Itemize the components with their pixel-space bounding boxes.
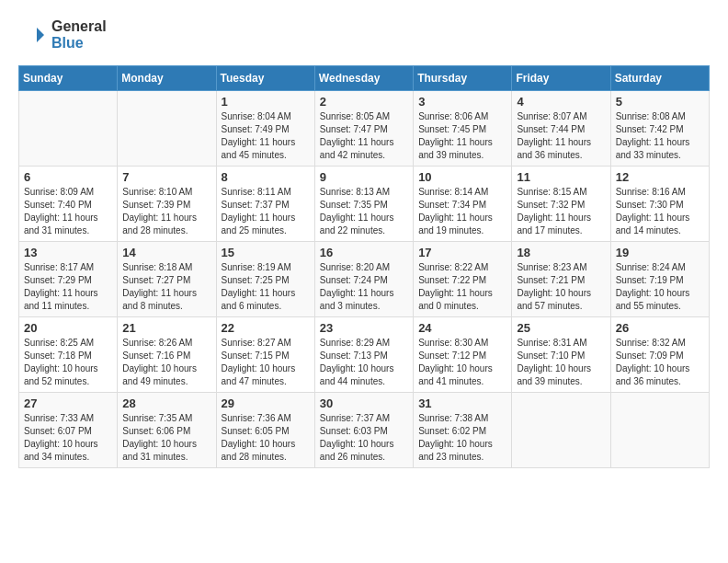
- day-number: 16: [320, 246, 408, 259]
- day-number: 27: [24, 396, 112, 410]
- day-number: 17: [418, 246, 506, 259]
- calendar-day-cell: 19Sunrise: 8:24 AM Sunset: 7:19 PM Dayli…: [610, 242, 709, 317]
- day-info: Sunrise: 8:17 AM Sunset: 7:29 PM Dayligh…: [24, 261, 112, 313]
- header: General Blue: [18, 18, 710, 51]
- day-info: Sunrise: 8:32 AM Sunset: 7:09 PM Dayligh…: [616, 337, 704, 388]
- day-info: Sunrise: 8:16 AM Sunset: 7:30 PM Dayligh…: [616, 186, 704, 237]
- day-info: Sunrise: 8:14 AM Sunset: 7:34 PM Dayligh…: [418, 186, 506, 237]
- day-number: 5: [616, 95, 704, 109]
- svg-marker-0: [37, 28, 44, 42]
- day-number: 21: [122, 321, 210, 335]
- day-info: Sunrise: 8:31 AM Sunset: 7:10 PM Dayligh…: [517, 337, 605, 388]
- calendar-day-cell: 6Sunrise: 8:09 AM Sunset: 7:40 PM Daylig…: [19, 167, 118, 242]
- day-info: Sunrise: 8:15 AM Sunset: 7:32 PM Dayligh…: [517, 186, 605, 237]
- day-info: Sunrise: 7:38 AM Sunset: 6:02 PM Dayligh…: [418, 412, 506, 464]
- calendar-day-cell: 1Sunrise: 8:04 AM Sunset: 7:49 PM Daylig…: [216, 91, 314, 167]
- calendar-day-cell: 7Sunrise: 8:10 AM Sunset: 7:39 PM Daylig…: [118, 167, 216, 242]
- day-info: Sunrise: 8:10 AM Sunset: 7:39 PM Dayligh…: [122, 186, 210, 237]
- calendar-day-cell: 30Sunrise: 7:37 AM Sunset: 6:03 PM Dayli…: [314, 393, 413, 468]
- calendar-day-cell: [118, 91, 216, 167]
- calendar-week-row: 27Sunrise: 7:33 AM Sunset: 6:07 PM Dayli…: [19, 393, 710, 468]
- calendar-day-cell: 15Sunrise: 8:19 AM Sunset: 7:25 PM Dayli…: [216, 242, 314, 317]
- day-number: 3: [418, 95, 506, 109]
- day-info: Sunrise: 8:27 AM Sunset: 7:15 PM Dayligh…: [222, 337, 310, 388]
- day-info: Sunrise: 7:36 AM Sunset: 6:05 PM Dayligh…: [222, 412, 310, 464]
- calendar-day-cell: 28Sunrise: 7:35 AM Sunset: 6:06 PM Dayli…: [118, 393, 216, 468]
- logo-svg: [18, 20, 48, 50]
- calendar-day-cell: [610, 393, 709, 468]
- day-number: 15: [222, 246, 310, 259]
- day-number: 28: [122, 396, 210, 410]
- day-info: Sunrise: 8:18 AM Sunset: 7:27 PM Dayligh…: [122, 261, 210, 313]
- calendar-day-cell: 11Sunrise: 8:15 AM Sunset: 7:32 PM Dayli…: [512, 167, 610, 242]
- day-number: 13: [24, 246, 112, 259]
- calendar-day-cell: 12Sunrise: 8:16 AM Sunset: 7:30 PM Dayli…: [610, 167, 709, 242]
- day-number: 31: [418, 396, 506, 410]
- calendar-day-cell: 27Sunrise: 7:33 AM Sunset: 6:07 PM Dayli…: [19, 393, 118, 468]
- day-number: 20: [24, 321, 112, 335]
- calendar-day-cell: 23Sunrise: 8:29 AM Sunset: 7:13 PM Dayli…: [314, 317, 413, 393]
- calendar-weekday-header: Wednesday: [314, 66, 413, 91]
- day-number: 30: [320, 396, 408, 410]
- day-info: Sunrise: 7:37 AM Sunset: 6:03 PM Dayligh…: [320, 412, 408, 464]
- day-info: Sunrise: 8:26 AM Sunset: 7:16 PM Dayligh…: [122, 337, 210, 388]
- calendar-weekday-header: Thursday: [414, 66, 512, 91]
- calendar-table: SundayMondayTuesdayWednesdayThursdayFrid…: [18, 65, 710, 468]
- day-number: 22: [222, 321, 310, 335]
- day-info: Sunrise: 8:05 AM Sunset: 7:47 PM Dayligh…: [320, 110, 408, 162]
- day-info: Sunrise: 8:30 AM Sunset: 7:12 PM Dayligh…: [418, 337, 506, 388]
- day-info: Sunrise: 8:11 AM Sunset: 7:37 PM Dayligh…: [222, 186, 310, 237]
- calendar-day-cell: 8Sunrise: 8:11 AM Sunset: 7:37 PM Daylig…: [216, 167, 314, 242]
- calendar-weekday-header: Friday: [512, 66, 610, 91]
- calendar-day-cell: 4Sunrise: 8:07 AM Sunset: 7:44 PM Daylig…: [512, 91, 610, 167]
- calendar-day-cell: 17Sunrise: 8:22 AM Sunset: 7:22 PM Dayli…: [414, 242, 512, 317]
- logo-text: General Blue: [51, 18, 107, 51]
- day-info: Sunrise: 8:20 AM Sunset: 7:24 PM Dayligh…: [320, 261, 408, 313]
- day-info: Sunrise: 8:25 AM Sunset: 7:18 PM Dayligh…: [24, 337, 112, 388]
- calendar-day-cell: 24Sunrise: 8:30 AM Sunset: 7:12 PM Dayli…: [414, 317, 512, 393]
- day-info: Sunrise: 7:35 AM Sunset: 6:06 PM Dayligh…: [122, 412, 210, 464]
- day-number: 19: [616, 246, 704, 259]
- calendar-week-row: 1Sunrise: 8:04 AM Sunset: 7:49 PM Daylig…: [19, 91, 710, 167]
- day-number: 4: [517, 95, 605, 109]
- day-info: Sunrise: 8:08 AM Sunset: 7:42 PM Dayligh…: [616, 110, 704, 162]
- day-number: 24: [418, 321, 506, 335]
- day-number: 1: [222, 95, 310, 109]
- calendar-day-cell: 5Sunrise: 8:08 AM Sunset: 7:42 PM Daylig…: [610, 91, 709, 167]
- calendar-weekday-header: Tuesday: [216, 66, 314, 91]
- day-info: Sunrise: 8:23 AM Sunset: 7:21 PM Dayligh…: [517, 261, 605, 313]
- calendar-weekday-header: Saturday: [610, 66, 709, 91]
- day-number: 7: [122, 170, 210, 184]
- calendar-day-cell: 18Sunrise: 8:23 AM Sunset: 7:21 PM Dayli…: [512, 242, 610, 317]
- calendar-day-cell: 22Sunrise: 8:27 AM Sunset: 7:15 PM Dayli…: [216, 317, 314, 393]
- calendar-day-cell: 21Sunrise: 8:26 AM Sunset: 7:16 PM Dayli…: [118, 317, 216, 393]
- day-info: Sunrise: 8:22 AM Sunset: 7:22 PM Dayligh…: [418, 261, 506, 313]
- day-info: Sunrise: 8:13 AM Sunset: 7:35 PM Dayligh…: [320, 186, 408, 237]
- day-info: Sunrise: 8:19 AM Sunset: 7:25 PM Dayligh…: [222, 261, 310, 313]
- calendar-day-cell: 13Sunrise: 8:17 AM Sunset: 7:29 PM Dayli…: [19, 242, 118, 317]
- calendar-day-cell: 14Sunrise: 8:18 AM Sunset: 7:27 PM Dayli…: [118, 242, 216, 317]
- logo: General Blue: [18, 18, 107, 51]
- calendar-day-cell: 26Sunrise: 8:32 AM Sunset: 7:09 PM Dayli…: [610, 317, 709, 393]
- calendar-day-cell: 31Sunrise: 7:38 AM Sunset: 6:02 PM Dayli…: [414, 393, 512, 468]
- calendar-weekday-header: Sunday: [19, 66, 118, 91]
- calendar-day-cell: 16Sunrise: 8:20 AM Sunset: 7:24 PM Dayli…: [314, 242, 413, 317]
- day-number: 14: [122, 246, 210, 259]
- day-number: 6: [24, 170, 112, 184]
- day-info: Sunrise: 8:24 AM Sunset: 7:19 PM Dayligh…: [616, 261, 704, 313]
- day-number: 11: [517, 170, 605, 184]
- day-number: 18: [517, 246, 605, 259]
- day-number: 10: [418, 170, 506, 184]
- calendar-week-row: 13Sunrise: 8:17 AM Sunset: 7:29 PM Dayli…: [19, 242, 710, 317]
- day-number: 25: [517, 321, 605, 335]
- calendar-day-cell: [19, 91, 118, 167]
- day-info: Sunrise: 8:06 AM Sunset: 7:45 PM Dayligh…: [418, 110, 506, 162]
- day-info: Sunrise: 7:33 AM Sunset: 6:07 PM Dayligh…: [24, 412, 112, 464]
- day-number: 23: [320, 321, 408, 335]
- calendar-day-cell: 25Sunrise: 8:31 AM Sunset: 7:10 PM Dayli…: [512, 317, 610, 393]
- day-info: Sunrise: 8:07 AM Sunset: 7:44 PM Dayligh…: [517, 110, 605, 162]
- calendar-day-cell: 2Sunrise: 8:05 AM Sunset: 7:47 PM Daylig…: [314, 91, 413, 167]
- calendar-day-cell: [512, 393, 610, 468]
- day-number: 12: [616, 170, 704, 184]
- day-number: 8: [222, 170, 310, 184]
